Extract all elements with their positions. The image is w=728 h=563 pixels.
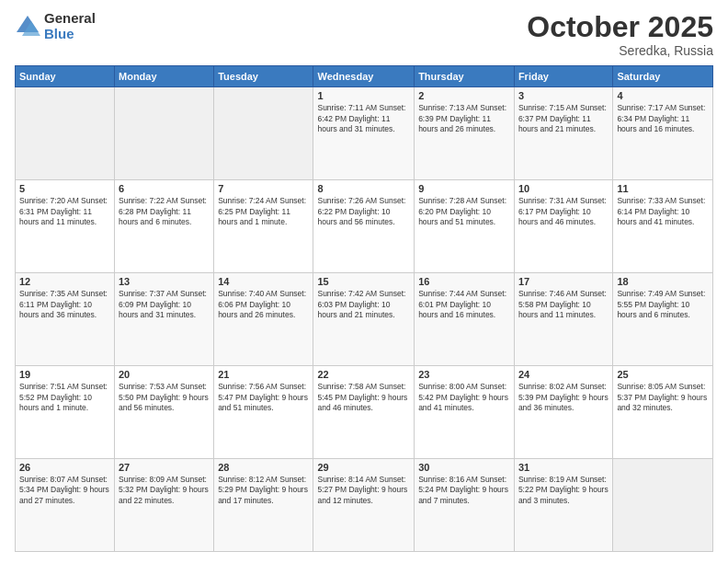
day-info: Sunrise: 7:33 AM Sunset: 6:14 PM Dayligh…: [617, 196, 709, 227]
day-info: Sunrise: 8:02 AM Sunset: 5:39 PM Dayligh…: [518, 382, 609, 413]
day-info: Sunrise: 7:40 AM Sunset: 6:06 PM Dayligh…: [218, 289, 309, 320]
week-row-4: 19Sunrise: 7:51 AM Sunset: 5:52 PM Dayli…: [16, 366, 713, 459]
header-monday: Monday: [115, 66, 214, 87]
day-info: Sunrise: 7:22 AM Sunset: 6:28 PM Dayligh…: [119, 196, 210, 227]
header-tuesday: Tuesday: [214, 66, 313, 87]
day-info: Sunrise: 7:15 AM Sunset: 6:37 PM Dayligh…: [518, 103, 609, 134]
day-number: 29: [317, 462, 410, 473]
day-info: Sunrise: 8:12 AM Sunset: 5:29 PM Dayligh…: [218, 475, 309, 506]
table-cell: 18Sunrise: 7:49 AM Sunset: 5:55 PM Dayli…: [613, 273, 713, 366]
week-row-3: 12Sunrise: 7:35 AM Sunset: 6:11 PM Dayli…: [16, 273, 713, 366]
day-number: 2: [418, 90, 510, 101]
day-number: 9: [418, 183, 510, 194]
table-cell: 20Sunrise: 7:53 AM Sunset: 5:50 PM Dayli…: [115, 366, 214, 459]
table-cell: 21Sunrise: 7:56 AM Sunset: 5:47 PM Dayli…: [214, 366, 313, 459]
header-thursday: Thursday: [415, 66, 515, 87]
day-info: Sunrise: 7:46 AM Sunset: 5:58 PM Dayligh…: [518, 289, 609, 320]
day-number: 31: [518, 462, 609, 473]
table-cell: 9Sunrise: 7:28 AM Sunset: 6:20 PM Daylig…: [415, 180, 515, 273]
day-info: Sunrise: 7:58 AM Sunset: 5:45 PM Dayligh…: [317, 382, 410, 413]
location-subtitle: Seredka, Russia: [527, 43, 713, 58]
table-cell: 2Sunrise: 7:13 AM Sunset: 6:39 PM Daylig…: [415, 87, 515, 180]
table-cell: 23Sunrise: 8:00 AM Sunset: 5:42 PM Dayli…: [415, 366, 515, 459]
table-cell: 24Sunrise: 8:02 AM Sunset: 5:39 PM Dayli…: [514, 366, 612, 459]
day-number: 12: [19, 276, 110, 287]
day-info: Sunrise: 7:35 AM Sunset: 6:11 PM Dayligh…: [19, 289, 110, 320]
day-info: Sunrise: 7:11 AM Sunset: 6:42 PM Dayligh…: [317, 103, 410, 134]
table-cell: 5Sunrise: 7:20 AM Sunset: 6:31 PM Daylig…: [16, 180, 115, 273]
day-info: Sunrise: 8:16 AM Sunset: 5:24 PM Dayligh…: [418, 475, 510, 506]
table-cell: 30Sunrise: 8:16 AM Sunset: 5:24 PM Dayli…: [415, 459, 515, 552]
day-info: Sunrise: 8:09 AM Sunset: 5:32 PM Dayligh…: [119, 475, 210, 506]
logo: General Blue: [15, 11, 96, 41]
header: General Blue October 2025 Seredka, Russi…: [15, 11, 713, 58]
week-row-1: 1Sunrise: 7:11 AM Sunset: 6:42 PM Daylig…: [16, 87, 713, 180]
day-number: 27: [119, 462, 210, 473]
logo-text: General Blue: [44, 11, 96, 41]
day-info: Sunrise: 8:07 AM Sunset: 5:34 PM Dayligh…: [19, 475, 110, 506]
day-info: Sunrise: 7:31 AM Sunset: 6:17 PM Dayligh…: [518, 196, 609, 227]
calendar-table: Sunday Monday Tuesday Wednesday Thursday…: [15, 65, 713, 552]
table-cell: 29Sunrise: 8:14 AM Sunset: 5:27 PM Dayli…: [313, 459, 415, 552]
day-number: 26: [19, 462, 110, 473]
table-cell: 25Sunrise: 8:05 AM Sunset: 5:37 PM Dayli…: [613, 366, 713, 459]
day-info: Sunrise: 7:42 AM Sunset: 6:03 PM Dayligh…: [317, 289, 410, 320]
title-block: October 2025 Seredka, Russia: [527, 11, 713, 58]
table-cell: 27Sunrise: 8:09 AM Sunset: 5:32 PM Dayli…: [115, 459, 214, 552]
day-info: Sunrise: 7:20 AM Sunset: 6:31 PM Dayligh…: [19, 196, 110, 227]
day-number: 28: [218, 462, 309, 473]
day-number: 18: [617, 276, 709, 287]
logo-icon: [15, 14, 40, 40]
weekday-header-row: Sunday Monday Tuesday Wednesday Thursday…: [16, 66, 713, 87]
day-info: Sunrise: 8:05 AM Sunset: 5:37 PM Dayligh…: [617, 382, 709, 413]
table-cell: [613, 459, 713, 552]
day-info: Sunrise: 7:53 AM Sunset: 5:50 PM Dayligh…: [119, 382, 210, 413]
table-cell: 14Sunrise: 7:40 AM Sunset: 6:06 PM Dayli…: [214, 273, 313, 366]
table-cell: 28Sunrise: 8:12 AM Sunset: 5:29 PM Dayli…: [214, 459, 313, 552]
table-cell: 10Sunrise: 7:31 AM Sunset: 6:17 PM Dayli…: [514, 180, 612, 273]
table-cell: [214, 87, 313, 180]
day-number: 24: [518, 369, 609, 380]
calendar-page: General Blue October 2025 Seredka, Russi…: [0, 0, 728, 563]
table-cell: 8Sunrise: 7:26 AM Sunset: 6:22 PM Daylig…: [313, 180, 415, 273]
week-row-5: 26Sunrise: 8:07 AM Sunset: 5:34 PM Dayli…: [16, 459, 713, 552]
table-cell: 26Sunrise: 8:07 AM Sunset: 5:34 PM Dayli…: [16, 459, 115, 552]
table-cell: 31Sunrise: 8:19 AM Sunset: 5:22 PM Dayli…: [514, 459, 612, 552]
table-cell: [115, 87, 214, 180]
day-number: 17: [518, 276, 609, 287]
day-info: Sunrise: 7:28 AM Sunset: 6:20 PM Dayligh…: [418, 196, 510, 227]
day-info: Sunrise: 7:49 AM Sunset: 5:55 PM Dayligh…: [617, 289, 709, 320]
month-title: October 2025: [527, 11, 713, 43]
day-number: 13: [119, 276, 210, 287]
day-number: 22: [317, 369, 410, 380]
logo-blue-text: Blue: [44, 27, 96, 42]
day-number: 19: [19, 369, 110, 380]
header-sunday: Sunday: [16, 66, 115, 87]
day-number: 10: [518, 183, 609, 194]
day-number: 11: [617, 183, 709, 194]
day-number: 4: [617, 90, 709, 101]
table-cell: 4Sunrise: 7:17 AM Sunset: 6:34 PM Daylig…: [613, 87, 713, 180]
header-friday: Friday: [514, 66, 612, 87]
day-info: Sunrise: 8:19 AM Sunset: 5:22 PM Dayligh…: [518, 475, 609, 506]
day-number: 23: [418, 369, 510, 380]
table-cell: 17Sunrise: 7:46 AM Sunset: 5:58 PM Dayli…: [514, 273, 612, 366]
day-number: 16: [418, 276, 510, 287]
day-number: 25: [617, 369, 709, 380]
day-info: Sunrise: 7:56 AM Sunset: 5:47 PM Dayligh…: [218, 382, 309, 413]
day-number: 3: [518, 90, 609, 101]
table-cell: 13Sunrise: 7:37 AM Sunset: 6:09 PM Dayli…: [115, 273, 214, 366]
day-info: Sunrise: 7:26 AM Sunset: 6:22 PM Dayligh…: [317, 196, 410, 227]
day-number: 1: [317, 90, 410, 101]
header-wednesday: Wednesday: [313, 66, 415, 87]
day-info: Sunrise: 7:44 AM Sunset: 6:01 PM Dayligh…: [418, 289, 510, 320]
day-info: Sunrise: 8:00 AM Sunset: 5:42 PM Dayligh…: [418, 382, 510, 413]
table-cell: 16Sunrise: 7:44 AM Sunset: 6:01 PM Dayli…: [415, 273, 515, 366]
day-info: Sunrise: 7:13 AM Sunset: 6:39 PM Dayligh…: [418, 103, 510, 134]
table-cell: 11Sunrise: 7:33 AM Sunset: 6:14 PM Dayli…: [613, 180, 713, 273]
day-info: Sunrise: 7:51 AM Sunset: 5:52 PM Dayligh…: [19, 382, 110, 413]
day-info: Sunrise: 7:17 AM Sunset: 6:34 PM Dayligh…: [617, 103, 709, 134]
table-cell: 1Sunrise: 7:11 AM Sunset: 6:42 PM Daylig…: [313, 87, 415, 180]
day-number: 14: [218, 276, 309, 287]
table-cell: 6Sunrise: 7:22 AM Sunset: 6:28 PM Daylig…: [115, 180, 214, 273]
